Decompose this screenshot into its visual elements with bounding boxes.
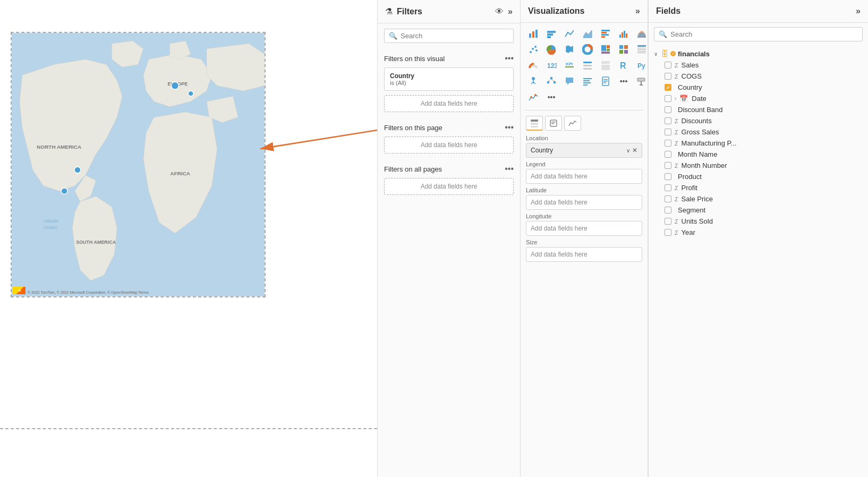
fields-search-box[interactable]: 🔍	[654, 27, 863, 41]
latitude-field-slot[interactable]: Add data fields here	[526, 195, 642, 210]
field-item-date[interactable]: › 📅 Date	[654, 93, 863, 104]
field-item-segment[interactable]: Segment	[654, 205, 863, 216]
month-number-checkbox[interactable]	[665, 162, 671, 169]
viz-python[interactable]: Py	[633, 58, 648, 73]
sale-price-checkbox[interactable]	[665, 195, 671, 202]
viz-paint-roller[interactable]	[633, 74, 648, 89]
location-remove-icon[interactable]: ✕	[632, 147, 637, 154]
viz-qa[interactable]	[561, 74, 578, 89]
viz-card[interactable]: 123	[543, 58, 560, 73]
fields-search-input[interactable]	[670, 30, 858, 38]
svg-rect-49	[583, 65, 592, 66]
viz-decomp-tree[interactable]	[543, 74, 560, 89]
cogs-checkbox[interactable]	[665, 73, 671, 80]
expand-icon[interactable]: »	[508, 7, 513, 16]
discount-band-checkbox[interactable]	[665, 106, 671, 113]
cogs-type-icon: Σ	[675, 73, 678, 80]
viz-multirow-card[interactable]	[597, 58, 614, 73]
filters-search-box[interactable]: 🔍	[384, 29, 514, 43]
map-copyright: © 2022 TomTom, © 2022 Microsoft Corporat…	[28, 291, 149, 294]
build-tab-analytics[interactable]	[564, 116, 581, 131]
svg-rect-64	[554, 81, 556, 83]
filters-search-input[interactable]	[401, 32, 509, 40]
viz-smart-narrative[interactable]	[579, 74, 596, 89]
fields-expand-icon[interactable]: »	[856, 6, 861, 16]
field-item-product[interactable]: Product	[654, 171, 863, 182]
filters-on-page-more[interactable]: •••	[505, 123, 514, 132]
field-item-sale-price[interactable]: Σ Sale Price	[654, 193, 863, 205]
location-chevron-icon[interactable]: ∨	[626, 148, 630, 154]
discounts-checkbox[interactable]	[665, 117, 671, 124]
viz-stacked-bar[interactable]	[525, 26, 542, 41]
year-type-icon: Σ	[675, 229, 678, 236]
viz-scatter[interactable]	[525, 42, 542, 57]
field-item-units-sold[interactable]: Σ Units Sold	[654, 216, 863, 227]
location-field-slot[interactable]: Country ∨ ✕	[526, 143, 642, 158]
field-item-month-number[interactable]: Σ Month Number	[654, 160, 863, 171]
field-item-discounts[interactable]: Σ Discounts	[654, 115, 863, 126]
add-fields-visual-btn[interactable]: Add data fields here	[384, 95, 514, 112]
viz-area-chart[interactable]	[579, 26, 596, 41]
viz-more-bottom[interactable]: •••	[543, 90, 560, 105]
add-fields-page-btn[interactable]: Add data fields here	[384, 137, 514, 154]
year-checkbox[interactable]	[665, 229, 671, 236]
month-name-checkbox[interactable]	[665, 151, 671, 158]
field-item-country[interactable]: ✓ Country	[654, 82, 863, 93]
viz-paginated[interactable]	[597, 74, 614, 89]
viz-map-filled[interactable]	[561, 42, 578, 57]
viz-key-influencers[interactable]	[525, 74, 542, 89]
viz-analytics[interactable]	[525, 90, 542, 105]
sales-checkbox[interactable]	[665, 62, 671, 69]
profit-checkbox[interactable]	[665, 184, 671, 191]
product-checkbox[interactable]	[665, 173, 671, 180]
legend-field-slot[interactable]: Add data fields here	[526, 169, 642, 184]
legend-placeholder: Add data fields here	[531, 173, 588, 180]
viz-line-chart[interactable]	[561, 26, 578, 41]
viz-waterfall[interactable]	[615, 26, 632, 41]
field-item-month-name[interactable]: Month Name	[654, 149, 863, 160]
field-item-profit[interactable]: Σ Profit	[654, 182, 863, 193]
date-checkbox[interactable]	[665, 95, 671, 102]
viz-column-chart[interactable]	[543, 26, 560, 41]
field-item-gross-sales[interactable]: Σ Gross Sales	[654, 126, 863, 138]
longitude-field-slot[interactable]: Add data fields here	[526, 221, 642, 236]
filters-on-visual-more[interactable]: •••	[505, 54, 514, 63]
viz-pie[interactable]	[543, 42, 560, 57]
country-checkbox[interactable]: ✓	[665, 84, 671, 91]
field-item-cogs[interactable]: Σ COGS	[654, 71, 863, 82]
segment-checkbox[interactable]	[665, 207, 671, 214]
gross-sales-checkbox[interactable]	[665, 129, 671, 135]
eye-icon[interactable]: 👁	[495, 7, 504, 16]
month-number-field-name: Month Number	[682, 161, 727, 169]
field-item-year[interactable]: Σ Year	[654, 227, 863, 238]
financials-group-header[interactable]: ∨ 🗄 financials	[654, 48, 863, 59]
date-expand-icon[interactable]: ›	[675, 96, 676, 101]
filters-on-all-pages-more[interactable]: •••	[505, 164, 514, 174]
viz-slicer[interactable]	[579, 58, 596, 73]
svg-rect-32	[601, 45, 606, 51]
viz-matrix[interactable]	[615, 42, 632, 57]
add-fields-all-pages-btn[interactable]: Add data fields here	[384, 178, 514, 195]
country-checkmark: ✓	[666, 85, 670, 90]
field-item-manufacturing[interactable]: Σ Manufacturing P...	[654, 138, 863, 149]
size-field-slot[interactable]: Add data fields here	[526, 247, 642, 262]
bing-logo: M	[14, 287, 25, 294]
viz-kpi[interactable]: KPI	[561, 58, 578, 73]
sales-field-name: Sales	[682, 61, 699, 69]
viz-table[interactable]	[633, 42, 648, 57]
viz-expand-icon[interactable]: »	[635, 6, 640, 16]
viz-r-visual[interactable]: R	[615, 58, 632, 73]
viz-more[interactable]: •••	[615, 74, 632, 89]
viz-ribbon[interactable]	[633, 26, 648, 41]
build-tab-fields[interactable]	[526, 116, 543, 131]
viz-gauge[interactable]	[525, 58, 542, 73]
viz-treemap[interactable]	[597, 42, 614, 57]
field-item-sales[interactable]: Σ Sales	[654, 59, 863, 71]
viz-clustered-bar[interactable]	[597, 26, 614, 41]
viz-donut[interactable]	[579, 42, 596, 57]
country-filter-card[interactable]: Country is (All)	[384, 67, 514, 91]
field-item-discount-band[interactable]: Discount Band	[654, 104, 863, 115]
build-tab-format[interactable]	[545, 116, 562, 131]
units-sold-checkbox[interactable]	[665, 218, 671, 225]
manufacturing-checkbox[interactable]	[665, 140, 671, 147]
